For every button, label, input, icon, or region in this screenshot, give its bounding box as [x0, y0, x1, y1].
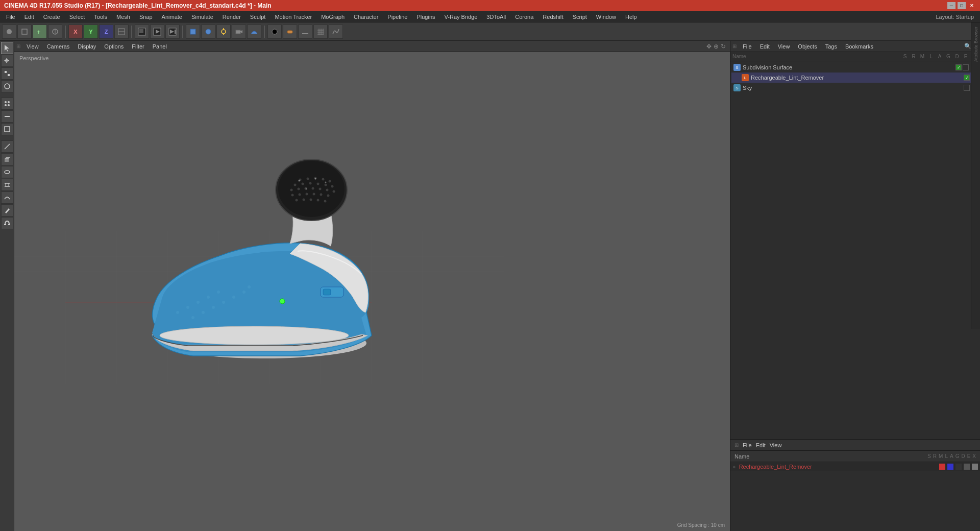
- menu-tools[interactable]: Tools: [90, 13, 111, 21]
- menu-character[interactable]: Character: [350, 13, 382, 21]
- attr-menu-file[interactable]: File: [743, 442, 752, 448]
- menu-corona[interactable]: Corona: [511, 13, 537, 21]
- menu-motion-tracker[interactable]: Motion Tracker: [271, 13, 316, 21]
- tool-extrude[interactable]: [1, 153, 13, 165]
- toolbar-z-btn[interactable]: Z: [99, 25, 113, 39]
- toolbar-rotate-btn[interactable]: [48, 25, 62, 39]
- right-sidebar-tab[interactable]: Attribute Browser: [971, 22, 980, 329]
- toolbar-material-btn[interactable]: [267, 25, 282, 39]
- viewport-menu-filter[interactable]: Filter: [130, 42, 146, 51]
- menu-select[interactable]: Select: [65, 13, 89, 21]
- toolbar-sep-4: [264, 26, 265, 38]
- menu-window[interactable]: Window: [592, 13, 620, 21]
- obj-menu-objects[interactable]: Objects: [796, 42, 819, 51]
- toolbar-mode-btn[interactable]: [2, 25, 16, 39]
- attr-menu-view[interactable]: View: [770, 442, 782, 448]
- tool-smooth[interactable]: [1, 191, 13, 204]
- obj-menu-tags[interactable]: Tags: [823, 42, 839, 51]
- tool-scale[interactable]: [1, 67, 13, 80]
- menu-help[interactable]: Help: [621, 13, 641, 21]
- sub-check-1[interactable]: [963, 64, 969, 70]
- tool-edges[interactable]: [1, 110, 13, 123]
- attr-icon-x: X: [972, 453, 976, 459]
- tool-polygons[interactable]: [1, 123, 13, 135]
- close-button[interactable]: ✕: [968, 2, 976, 9]
- viewport-icon-move[interactable]: ✥: [706, 43, 712, 50]
- toolbar-render-active[interactable]: [150, 25, 164, 39]
- svg-marker-20: [240, 30, 242, 33]
- toolbar-cube-btn[interactable]: [186, 25, 200, 39]
- viewport-menu-view[interactable]: View: [24, 42, 41, 51]
- viewport-icon-zoom[interactable]: ⊕: [714, 43, 719, 50]
- toolbar-deformer-btn[interactable]: [283, 25, 297, 39]
- toolbar-render-all[interactable]: [165, 25, 180, 39]
- viewport-menu-panel[interactable]: Panel: [151, 42, 169, 51]
- obj-menu-view[interactable]: View: [776, 42, 792, 51]
- tree-item-subdivision[interactable]: S Subdivision Surface ✓: [731, 62, 979, 73]
- svg-point-77: [212, 306, 215, 309]
- sub-check-green[interactable]: ✓: [955, 64, 962, 70]
- menu-vray-bridge[interactable]: V-Ray Bridge: [440, 13, 482, 21]
- menu-animate[interactable]: Animate: [158, 13, 186, 21]
- tool-move[interactable]: ✥: [1, 55, 13, 67]
- menu-plugins[interactable]: Plugins: [412, 13, 439, 21]
- lr-check-green[interactable]: ✓: [964, 75, 970, 81]
- menu-file[interactable]: File: [2, 13, 19, 21]
- 3d-viewport[interactable]: Perspective Grid Spacing : 10 cm Y X Z: [14, 52, 730, 531]
- menu-edit[interactable]: Edit: [20, 13, 38, 21]
- sky-check-1[interactable]: [964, 85, 970, 91]
- menu-render[interactable]: Render: [218, 13, 245, 21]
- menu-redshift[interactable]: Redshift: [538, 13, 567, 21]
- menu-3dtoall[interactable]: 3DToAll: [482, 13, 510, 21]
- toolbar-y-btn[interactable]: Y: [84, 25, 98, 39]
- menu-mograph[interactable]: MoGraph: [317, 13, 349, 21]
- viewport-menu-display[interactable]: Display: [76, 42, 98, 51]
- menu-sculpt[interactable]: Sculpt: [246, 13, 270, 21]
- tool-points[interactable]: [1, 98, 13, 110]
- toolbar-add-btn[interactable]: +: [33, 25, 47, 39]
- toolbar-render-region[interactable]: [135, 25, 149, 39]
- attr-menu-edit[interactable]: Edit: [756, 442, 766, 448]
- toolbar-x-btn[interactable]: X: [68, 25, 83, 39]
- tree-item-sky[interactable]: S Sky: [731, 83, 979, 93]
- maximize-button[interactable]: □: [958, 2, 966, 9]
- toolbar-grid-btn[interactable]: [313, 25, 328, 39]
- toolbar-sphere-btn[interactable]: [201, 25, 215, 39]
- obj-menu-edit[interactable]: Edit: [758, 42, 772, 51]
- viewport-menu-cameras[interactable]: Cameras: [45, 42, 72, 51]
- toolbar-object-btn[interactable]: [17, 25, 32, 39]
- toolbar: + X Y Z: [0, 22, 980, 41]
- tool-select[interactable]: [1, 42, 13, 54]
- menu-simulate[interactable]: Simulate: [187, 13, 217, 21]
- tree-item-lint-remover[interactable]: L Rechargeable_Lint_Remover ✓: [731, 73, 979, 83]
- viewport-handle[interactable]: ⊞: [16, 43, 20, 49]
- tool-paint[interactable]: [1, 204, 13, 216]
- menu-script[interactable]: Script: [569, 13, 591, 21]
- attr-icon-r: R: [933, 453, 937, 459]
- toolbar-floor-btn[interactable]: [298, 25, 312, 39]
- attr-icon-e: E: [967, 453, 971, 459]
- toolbar-sky-btn[interactable]: [247, 25, 261, 39]
- obj-menu-bookmarks[interactable]: Bookmarks: [843, 42, 875, 51]
- tool-loop-select[interactable]: [1, 166, 13, 178]
- tool-magnet[interactable]: [1, 217, 13, 229]
- obj-menu-file[interactable]: File: [741, 42, 754, 51]
- svg-point-116: [306, 193, 308, 196]
- toolbar-world-btn[interactable]: [114, 25, 129, 39]
- menu-mesh[interactable]: Mesh: [112, 13, 134, 21]
- tool-knife[interactable]: [1, 140, 13, 153]
- viewport-menu-options[interactable]: Options: [102, 42, 126, 51]
- tool-rotate[interactable]: [1, 80, 13, 92]
- menu-snap[interactable]: Snap: [135, 13, 157, 21]
- toolbar-light-btn[interactable]: [216, 25, 231, 39]
- tool-bridge[interactable]: [1, 179, 13, 191]
- obj-search-icon[interactable]: 🔍: [964, 43, 971, 50]
- menu-pipeline[interactable]: Pipeline: [383, 13, 411, 21]
- minimize-button[interactable]: ─: [947, 2, 955, 9]
- viewport-icon-rotate[interactable]: ↻: [721, 43, 726, 50]
- menu-create[interactable]: Create: [39, 13, 64, 21]
- toolbar-camera-btn[interactable]: [232, 25, 246, 39]
- attr-handle: ⊞: [734, 442, 739, 448]
- toolbar-spline-btn[interactable]: [329, 25, 343, 39]
- attr-icon-m: M: [939, 453, 943, 459]
